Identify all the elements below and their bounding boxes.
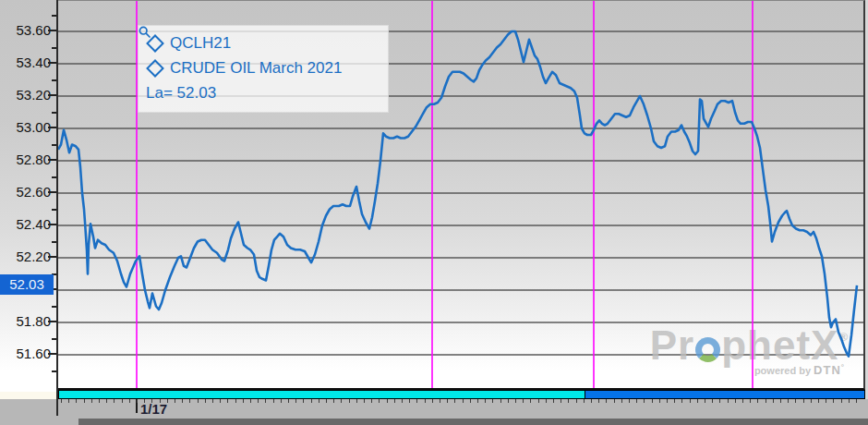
price-minor-tick [52,209,56,211]
time-minor-tick [742,399,743,403]
time-minor-tick [766,399,766,403]
time-minor-tick [849,399,850,403]
price-axis-line [56,0,58,416]
price-major-tick [48,62,56,64]
legend-last-label: La= [146,84,173,103]
time-minor-tick [576,399,577,403]
legend-symbol-row: QCLH21 [146,30,379,55]
time-minor-tick [712,399,713,403]
time-minor-tick [76,399,77,403]
time-minor-tick [750,399,751,403]
time-minor-tick [636,399,637,403]
price-minor-tick [52,370,56,372]
time-minor-tick [295,399,296,403]
time-minor-tick [530,399,531,403]
time-minor-tick [326,399,327,403]
time-minor-tick [788,399,789,403]
price-tick-label: 51.80 [0,313,51,329]
time-minor-tick [333,399,334,403]
time-minor-tick [258,399,259,403]
time-minor-tick [614,399,615,403]
price-minor-tick [52,338,56,340]
time-minor-tick [773,399,774,403]
prophetx-chart-window: PrphetX® powered by DTN° QCLH21 CRUDE OI… [0,0,868,425]
time-minor-tick [137,399,138,403]
time-minor-tick [546,399,547,403]
price-major-tick [48,321,56,322]
time-minor-tick [508,399,509,403]
price-axis[interactable]: 52.03 53.6053.4053.2053.0052.8052.6052.4… [0,0,58,418]
time-minor-tick [205,399,206,403]
time-minor-tick [106,399,107,403]
time-minor-tick [591,399,592,403]
time-minor-tick [447,399,448,403]
time-minor-tick [500,399,501,403]
time-minor-tick [644,399,645,403]
price-minor-tick [52,79,56,81]
time-minor-tick [349,399,350,403]
time-minor-tick [250,399,251,403]
time-minor-tick [674,399,675,403]
symbol-legend-box[interactable]: QCLH21 CRUDE OIL March 2021 La= 52.03 [138,25,389,113]
time-minor-tick [416,399,417,403]
time-minor-tick [697,399,698,403]
time-minor-tick [690,399,691,403]
time-minor-tick [568,399,569,403]
time-minor-tick [705,399,705,403]
time-minor-tick [235,399,236,403]
time-minor-tick [667,399,668,403]
time-minor-tick [341,399,342,403]
time-minor-tick [227,399,228,403]
last-price-badge: 52.03 [0,274,54,295]
time-minor-tick [356,399,357,403]
session-bar-day[interactable] [585,390,865,399]
time-minor-tick [303,399,304,403]
time-minor-tick [803,399,804,403]
time-minor-tick [757,399,758,403]
time-minor-tick [175,399,175,403]
price-major-tick [48,30,56,31]
session-bar-overnight[interactable] [58,390,586,399]
time-axis[interactable]: 1/17 [0,399,868,419]
time-minor-tick [212,399,213,403]
price-minor-tick [52,241,56,243]
time-minor-tick [470,399,471,403]
time-minor-tick [463,399,464,403]
magnifier-icon[interactable] [139,26,151,39]
time-minor-tick [144,399,145,403]
time-minor-tick [523,399,524,403]
time-minor-tick [189,399,190,403]
price-major-tick [48,256,56,258]
legend-last-value: 52.03 [177,84,217,103]
time-minor-tick [856,399,857,403]
price-minor-tick [52,112,56,114]
time-minor-tick [598,399,599,403]
chart-plot-area[interactable]: PrphetX® powered by DTN° QCLH21 CRUDE OI… [58,0,865,390]
time-minor-tick [364,399,365,403]
time-minor-tick [379,399,380,403]
time-minor-tick [826,399,826,403]
price-tick-label: 52.80 [0,152,51,167]
time-minor-tick [409,399,410,403]
time-minor-tick [659,399,660,403]
time-minor-tick [621,399,622,403]
diamond-marker-icon [146,59,164,78]
time-minor-tick [561,399,561,403]
legend-symbol: QCLH21 [170,34,231,53]
time-minor-tick [387,399,388,403]
time-minor-tick [538,399,539,403]
date-label: 1/17 [140,401,167,417]
legend-last-row: La= 52.03 [146,80,379,105]
time-minor-tick [606,399,607,403]
time-minor-tick [811,399,812,403]
time-minor-tick [151,399,152,403]
time-minor-tick [485,399,486,403]
time-minor-tick [129,399,130,403]
price-minor-tick [52,306,56,308]
legend-description-row: CRUDE OIL March 2021 [146,55,379,80]
time-minor-tick [99,399,100,403]
time-minor-tick [432,399,433,403]
legend-description: CRUDE OIL March 2021 [170,59,342,78]
time-minor-tick [61,399,62,403]
time-minor-tick [68,399,69,403]
